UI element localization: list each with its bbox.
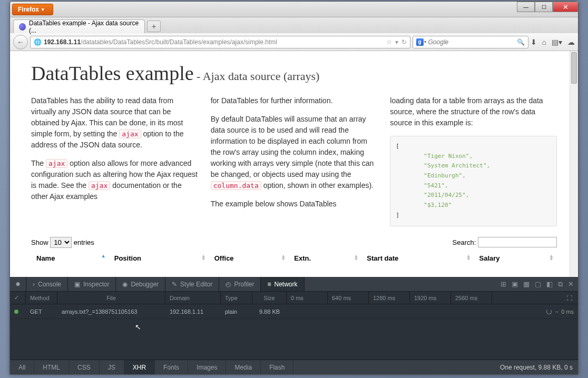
dropdown-icon[interactable]: ▾ [395, 38, 398, 46]
dt-close-icon[interactable]: ✕ [568, 280, 574, 288]
scrollbar-thumb[interactable] [571, 52, 577, 84]
browser-window: Firefox — ☐ ✕ DataTables example - Ajax … [9, 1, 579, 375]
hdr-domain[interactable]: Domain [165, 292, 221, 304]
data-table: Name▲ Position▲▼ Office▲▼ Extn.▲▼ Start … [31, 251, 557, 265]
scrollbar[interactable] [570, 51, 578, 277]
code-column-data: column.data [211, 181, 261, 190]
network-row[interactable]: GET arrays.txt?_=1388751105163 192.168.1… [10, 304, 578, 319]
filter-css[interactable]: CSS [69, 360, 100, 374]
column-3: loading data for a table from arrays as … [390, 95, 557, 226]
length-select[interactable]: 10 [50, 237, 72, 248]
url-path: /datatables/DataTablesSrc/built/DataTabl… [81, 38, 277, 46]
url-controls: ☆ ▾ ↻ [386, 38, 407, 46]
code-ajax: ajax [89, 181, 110, 190]
devtools-footer: All HTML CSS JS XHR Fonts Images Media F… [10, 360, 578, 374]
home-icon[interactable]: ⌂ [542, 38, 546, 46]
hdr-type[interactable]: Type [221, 292, 252, 304]
back-button[interactable]: ← [13, 35, 28, 49]
tool-debugger[interactable]: ◉Debugger [116, 277, 165, 291]
column-2: for DataTables for further information. … [211, 95, 378, 226]
row-domain: 192.168.1.11 [165, 309, 221, 315]
row-file: arrays.txt?_=1388751105163 [57, 309, 165, 315]
dt-icon[interactable]: ⊞ [501, 280, 506, 288]
firefox-menu-label: Firefox [18, 6, 39, 13]
sort-icon: ▲▼ [201, 254, 206, 261]
filter-flash[interactable]: Flash [261, 360, 293, 374]
sort-icon: ▲▼ [466, 254, 471, 261]
column-1: DataTables has the ability to read data … [31, 95, 198, 226]
table-controls: Show 10 entries Search: [31, 237, 557, 248]
style-editor-icon: ✎ [172, 281, 177, 288]
search-bar[interactable]: g ▾ 🔍 [413, 36, 528, 48]
network-summary: One request, 9.88 KB, 0 s [495, 360, 578, 374]
th-position[interactable]: Position▲▼ [109, 251, 209, 265]
search-control: Search: [453, 237, 557, 248]
sort-icon: ▲▼ [354, 254, 358, 261]
tool-profiler[interactable]: ◴Profiler [219, 277, 261, 291]
bookmarks-menu-icon[interactable]: ▤▾ [552, 38, 562, 46]
tab-bar: DataTables example - Ajax data source (.… [10, 17, 578, 33]
sort-icon: ▲▼ [281, 254, 286, 261]
th-name[interactable]: Name▲ [31, 251, 109, 265]
hdr-method[interactable]: Method [26, 292, 57, 304]
new-tab-button[interactable]: + [147, 21, 161, 32]
search-engine-dropdown-icon[interactable]: ▾ [424, 39, 426, 44]
browser-tab[interactable]: DataTables example - Ajax data source (.… [13, 19, 145, 33]
filter-media[interactable]: Media [226, 360, 261, 374]
dt-icon[interactable]: ▦ [523, 280, 530, 288]
dock-side-icon[interactable]: ◧ [546, 280, 553, 288]
table-search-input[interactable] [478, 237, 557, 247]
devtools-right-controls: ⊞ ▣ ▦ ▢ ◧ ⧉ ✕ [496, 277, 578, 291]
reload-icon[interactable]: ↻ [401, 38, 407, 46]
hdr-file[interactable]: File [57, 292, 165, 304]
network-icon: ≡ [267, 281, 271, 288]
devtools-options-button[interactable]: ✹ [10, 277, 26, 291]
tab-title: DataTables example - Ajax data source (.… [29, 19, 139, 34]
th-start[interactable]: Start date▲▼ [361, 251, 474, 265]
expand-icon[interactable]: ⛶ [562, 292, 578, 304]
globe-icon: 🌐 [34, 38, 42, 46]
url-bar[interactable]: 🌐 192.168.1.11/datatables/DataTablesSrc/… [30, 36, 410, 48]
filter-js[interactable]: JS [100, 360, 124, 374]
time-tick: 2560 ms [451, 292, 492, 304]
dt-popout-icon[interactable]: ⧉ [558, 280, 563, 289]
toolbar-icons: ⬇ ⌂ ▤▾ ☁ [531, 38, 575, 46]
maximize-button[interactable]: ☐ [535, 2, 553, 12]
filter-all[interactable]: All [10, 360, 34, 374]
time-tick: 0 ms [287, 292, 328, 304]
filter-html[interactable]: HTML [34, 360, 69, 374]
tool-style-editor[interactable]: ✎Style Editor [165, 277, 219, 291]
filter-xhr[interactable]: XHR [124, 360, 155, 374]
devtools-panel: ✹ ›Console ▣Inspector ◉Debugger ✎Style E… [10, 277, 578, 374]
close-button[interactable]: ✕ [553, 2, 578, 12]
addon-icon[interactable]: ☁ [567, 38, 575, 46]
th-office[interactable]: Office▲▼ [209, 251, 289, 265]
tool-inspector[interactable]: ▣Inspector [68, 277, 116, 291]
sort-icon: ▲▼ [549, 254, 554, 261]
favicon-icon [19, 23, 26, 31]
search-icon[interactable]: 🔍 [517, 38, 525, 46]
dt-icon[interactable]: ▣ [512, 280, 518, 288]
network-headers: ✓ Method File Domain Type Size 0 ms 640 … [10, 292, 578, 304]
titlebar: Firefox — ☐ ✕ [10, 2, 578, 17]
search-input[interactable] [428, 38, 517, 46]
time-tick: 1920 ms [410, 292, 451, 304]
filter-images[interactable]: Images [188, 360, 226, 374]
th-extn[interactable]: Extn.▲▼ [289, 251, 361, 265]
downloads-icon[interactable]: ⬇ [531, 38, 537, 46]
nav-bar: ← 🌐 192.168.1.11/datatables/DataTablesSr… [10, 33, 578, 51]
firefox-menu-button[interactable]: Firefox [12, 4, 53, 15]
bookmark-star-icon[interactable]: ☆ [386, 38, 392, 46]
status-dot-icon [14, 310, 18, 314]
th-salary[interactable]: Salary▲▼ [474, 251, 557, 265]
dt-icon[interactable]: ▢ [535, 280, 541, 288]
tool-network[interactable]: ≡Network [261, 277, 304, 291]
devtools-toolbar: ✹ ›Console ▣Inspector ◉Debugger ✎Style E… [10, 277, 578, 292]
hdr-size[interactable]: Size [252, 292, 287, 304]
tool-console[interactable]: ›Console [26, 277, 68, 291]
hdr-status[interactable]: ✓ [10, 292, 26, 304]
filter-fonts[interactable]: Fonts [155, 360, 188, 374]
row-method: GET [26, 309, 57, 315]
minimize-button[interactable]: — [517, 2, 535, 12]
page-content: DataTables example - Ajax data source (a… [10, 51, 578, 271]
